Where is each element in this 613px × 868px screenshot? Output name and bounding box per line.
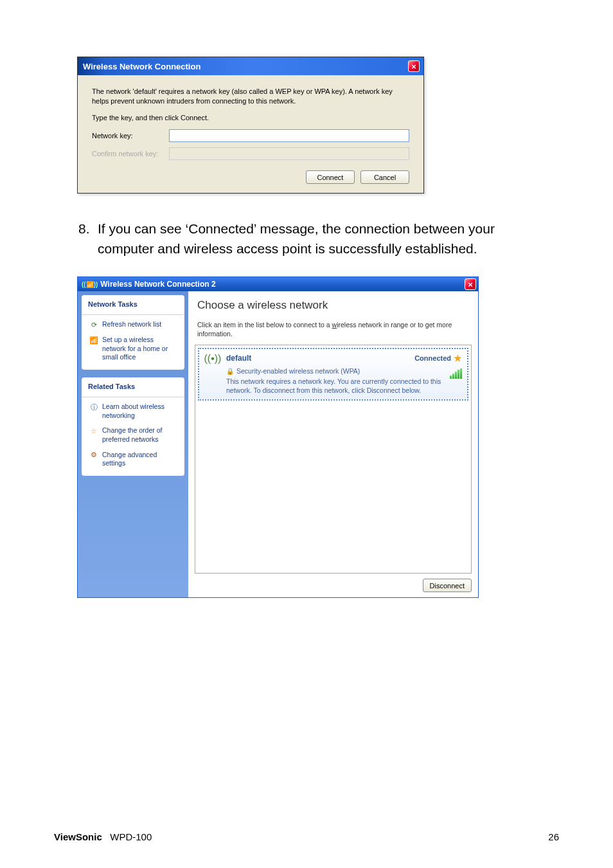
cancel-button[interactable]: Cancel	[360, 170, 409, 184]
security-line: 🔒 Security-enabled wireless network (WPA…	[226, 367, 462, 375]
related-tasks-panel: Related Tasks ⓘ Learn about wireless net…	[82, 377, 184, 476]
wireless-icon: ((📶))	[82, 281, 98, 288]
panel-heading: Related Tasks	[82, 377, 184, 397]
favorite-star-icon: ★	[454, 353, 462, 363]
close-icon[interactable]: ×	[465, 278, 476, 290]
network-description: This network requires a network key. You…	[226, 377, 462, 395]
connection-status: Connected ★	[414, 353, 462, 363]
confirm-key-input	[169, 147, 409, 160]
instruction-step: 8. If you can see ‘Connected’ message, t…	[71, 219, 542, 258]
panel-heading: Network Tasks	[82, 295, 184, 315]
network-item-selected[interactable]: ((•)) default Connected ★ 🔒 Security-ena…	[198, 348, 468, 400]
page-number: 26	[548, 831, 559, 842]
dialog-body: The network 'default' requires a network…	[78, 75, 423, 193]
refresh-icon: ⟳	[89, 320, 98, 329]
network-key-input[interactable]	[169, 129, 409, 142]
change-order-link[interactable]: ☆ Change the order of preferred networks	[82, 421, 184, 445]
network-key-dialog: Wireless Network Connection × The networ…	[77, 57, 424, 194]
star-icon: ☆	[89, 426, 98, 435]
network-key-label: Network key:	[92, 132, 169, 140]
main-area: Choose a wireless network Click an item …	[188, 291, 478, 597]
window-title: Wireless Network Connection 2	[100, 280, 215, 289]
step-number: 8.	[71, 219, 98, 258]
network-tasks-panel: Network Tasks ⟳ Refresh network list 📶 S…	[82, 295, 184, 370]
advanced-settings-link[interactable]: ⚙ Change advanced settings	[82, 446, 184, 469]
page-footer: ViewSonic WPD-100 26	[54, 831, 559, 842]
disconnect-button[interactable]: Disconnect	[423, 579, 472, 592]
step-text: If you can see ‘Connected’ message, the …	[98, 219, 542, 258]
network-ssid: default	[226, 354, 251, 363]
gear-icon: ⚙	[89, 451, 98, 460]
titlebar[interactable]: ((📶)) Wireless Network Connection 2 ×	[78, 277, 478, 291]
network-list[interactable]: ((•)) default Connected ★ 🔒 Security-ena…	[195, 345, 472, 574]
intro-text: The network 'default' requires a network…	[92, 87, 409, 107]
signal-bars-icon	[450, 368, 462, 379]
main-heading: Choose a wireless network	[188, 291, 478, 317]
close-icon[interactable]: ×	[408, 60, 420, 72]
sidebar: Network Tasks ⟳ Refresh network list 📶 S…	[78, 291, 188, 597]
connect-button[interactable]: Connect	[306, 170, 355, 184]
main-subtext: Click an item in the list below to conne…	[188, 317, 478, 345]
lock-icon: 🔒	[226, 368, 234, 375]
info-icon: ⓘ	[89, 402, 98, 411]
confirm-key-label: Confirm network key:	[92, 150, 169, 158]
setup-icon: 📶	[89, 336, 98, 345]
learn-link[interactable]: ⓘ Learn about wireless networking	[82, 397, 184, 421]
prompt-text: Type the key, and then click Connect.	[92, 113, 409, 123]
wireless-connection-window: ((📶)) Wireless Network Connection 2 × Ne…	[77, 276, 479, 598]
signal-icon: ((•))	[203, 353, 222, 365]
refresh-network-link[interactable]: ⟳ Refresh network list	[82, 315, 184, 330]
dialog-title: Wireless Network Connection	[83, 62, 200, 71]
setup-network-link[interactable]: 📶 Set up a wireless network for a home o…	[82, 330, 184, 363]
footer-brand: ViewSonic WPD-100	[54, 831, 152, 842]
titlebar[interactable]: Wireless Network Connection ×	[78, 57, 423, 75]
